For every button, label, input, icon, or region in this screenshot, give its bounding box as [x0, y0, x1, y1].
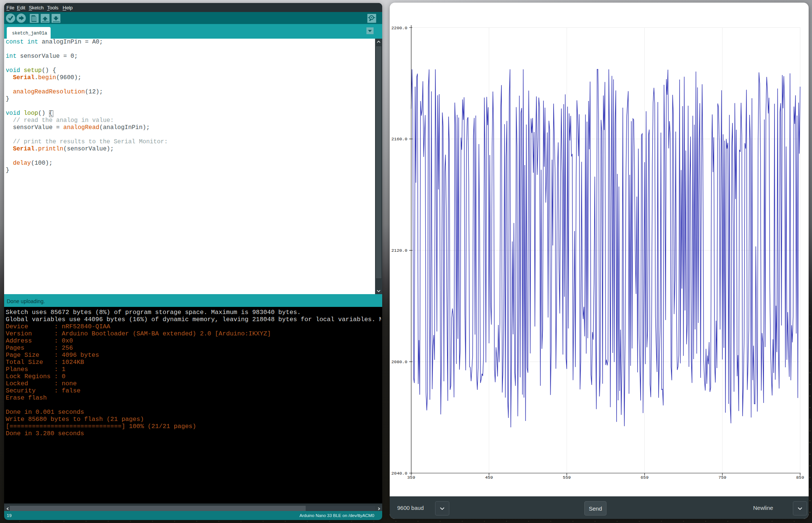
svg-text:2080.0: 2080.0 — [392, 359, 407, 365]
svg-text:2040.0: 2040.0 — [392, 471, 407, 476]
svg-text:2160.0: 2160.0 — [392, 137, 407, 142]
svg-text:559: 559 — [563, 475, 571, 480]
svg-text:659: 659 — [641, 475, 648, 480]
svg-text:359: 359 — [407, 475, 415, 480]
svg-text:2200.0: 2200.0 — [392, 26, 407, 31]
svg-text:2120.0: 2120.0 — [392, 248, 407, 253]
svg-text:459: 459 — [485, 475, 493, 480]
svg-text:759: 759 — [718, 475, 726, 480]
svg-text:859: 859 — [796, 475, 804, 480]
